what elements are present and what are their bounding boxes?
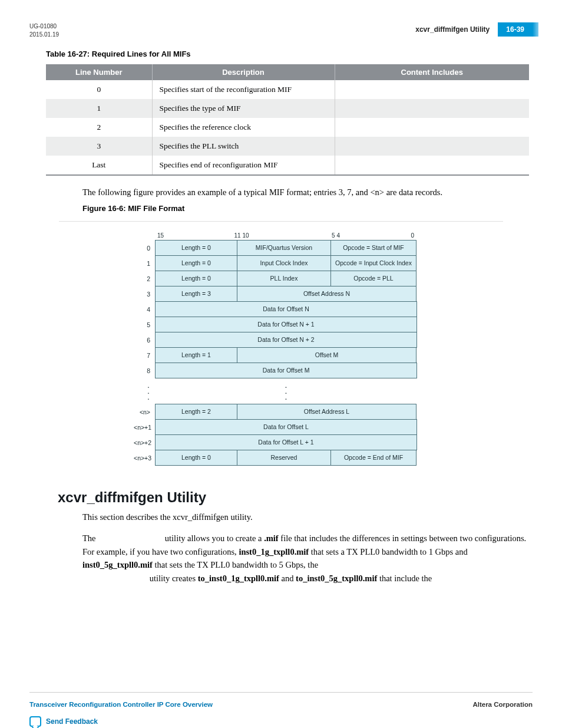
cell-line: Last — [46, 156, 152, 175]
mif-row: 5Data for Offset N + 1 — [134, 317, 428, 332]
mif-row-number: <n>+3 — [134, 450, 155, 466]
bit-1110: 11 10 — [234, 232, 249, 239]
table-row: 0 Specifies start of the reconfiguration… — [46, 80, 529, 99]
doc-date: 2015.01.19 — [29, 31, 59, 39]
mif-cell: Length = 0 — [155, 240, 237, 256]
mif-row: 0Length = 0MIF/Quartus VersionOpcode = S… — [134, 241, 428, 256]
header-doc-meta: UG-01080 2015.01.19 — [29, 22, 59, 39]
page-footer: Transceiver Reconfiguration Controller I… — [29, 692, 533, 708]
mif-cell: Data for Offset N + 2 — [155, 332, 417, 348]
page-header: UG-01080 2015.01.19 xcvr_diffmifgen Util… — [29, 22, 533, 39]
mif-cell: Offset M — [237, 347, 416, 363]
section-heading: xcvr_diffmifgen Utility — [58, 489, 533, 506]
mif-row-number: 0 — [134, 241, 155, 256]
mif-cell: Length = 2 — [155, 404, 237, 420]
table-row: 2 Specifies the reference clock — [46, 118, 529, 137]
mif-cell: Data for Offset M — [155, 363, 417, 378]
th-line-number: Line Number — [46, 64, 152, 80]
page-number: 16-39 — [498, 22, 533, 37]
ellipsis: .. .. .. — [134, 378, 428, 404]
mif-row-number: 1 — [134, 256, 155, 271]
mif-cell: Length = 0 — [155, 450, 237, 466]
mif-row-number: 8 — [134, 363, 155, 378]
cell-content — [335, 156, 529, 175]
feedback-icon — [29, 716, 41, 727]
bit-15: 15 — [155, 232, 234, 239]
mif-diagram: 15 11 10 5 4 0 0Length = 0MIF/Quartus Ve… — [134, 232, 428, 466]
cell-line: 2 — [46, 118, 152, 137]
running-title: xcvr_diffmifgen Utility — [407, 22, 498, 37]
cell-desc: Specifies the PLL switch — [152, 137, 335, 156]
doc-id: UG-01080 — [29, 22, 59, 31]
mif-cell: PLL Index — [237, 271, 331, 286]
footer-company: Altera Corporation — [472, 701, 533, 708]
table-caption: Table 16-27: Required Lines for All MIFs — [46, 50, 533, 58]
cell-content — [335, 137, 529, 156]
mif-cell: Input Clock Index — [237, 255, 331, 271]
mif-row: 8Data for Offset M — [134, 363, 428, 378]
mif-cell: Length = 1 — [155, 347, 237, 363]
section-intro: This section describes the xcvr_diffmifg… — [82, 510, 537, 523]
mif-row: 2Length = 0PLL IndexOpcode = PLL — [134, 271, 428, 286]
mif-cell: Data for Offset N + 1 — [155, 317, 417, 332]
feedback-label: Send Feedback — [46, 717, 98, 726]
mif-row-number: <n>+2 — [134, 435, 155, 450]
cell-desc: Specifies end of reconfiguration MIF — [152, 156, 335, 175]
separator — [59, 221, 503, 222]
cell-content — [335, 118, 529, 137]
mif-cell: Length = 0 — [155, 271, 237, 286]
mif-row: 1Length = 0Input Clock IndexOpcode = Inp… — [134, 256, 428, 271]
mif-cell: Reserved — [237, 450, 331, 466]
cell-line: 0 — [46, 80, 152, 99]
mif-cell: Offset Address N — [237, 286, 416, 302]
table-row: 1 Specifies the type of MIF — [46, 99, 529, 118]
header-right: xcvr_diffmifgen Utility 16-39 — [407, 22, 533, 37]
mif-cell: Opcode = Start of MIF — [330, 240, 416, 256]
cell-line: 1 — [46, 99, 152, 118]
mif-cell: Offset Address L — [237, 404, 416, 420]
section-detail: The utility allows you to create a .mif … — [82, 532, 537, 585]
mif-row-number: <n> — [134, 404, 155, 420]
cell-desc: Specifies the reference clock — [152, 118, 335, 137]
bit-54: 5 4 — [328, 232, 343, 239]
cell-desc: Specifies start of the reconfiguration M… — [152, 80, 335, 99]
mif-row-number: 5 — [134, 317, 155, 332]
mif-cell: Opcode = End of MIF — [330, 450, 416, 466]
mif-row: <n>+2Data for Offset L + 1 — [134, 435, 428, 450]
bit-labels: 15 11 10 5 4 0 — [134, 232, 428, 239]
required-lines-table: Line Number Description Content Includes… — [46, 64, 529, 176]
mif-cell: Length = 0 — [155, 255, 237, 271]
mif-cell: Data for Offset N — [155, 301, 417, 317]
mif-row: 6Data for Offset N + 2 — [134, 332, 428, 348]
table-row: Last Specifies end of reconfiguration MI… — [46, 156, 529, 175]
mif-cell: Opcode = PLL — [330, 271, 416, 286]
cell-content — [335, 80, 529, 99]
th-description: Description — [152, 64, 335, 80]
mif-row: 7Length = 1Offset M — [134, 348, 428, 363]
mif-cell: Data for Offset L + 1 — [155, 434, 417, 450]
table-row: 3 Specifies the PLL switch — [46, 137, 529, 156]
mif-row-number: 2 — [134, 271, 155, 286]
th-content-includes: Content Includes — [335, 64, 529, 80]
mif-cell: Opcode = Input Clock Index — [330, 255, 416, 271]
mif-row: 4Data for Offset N — [134, 302, 428, 317]
send-feedback-link[interactable]: Send Feedback — [29, 716, 98, 728]
mif-row-number: 7 — [134, 348, 155, 363]
mif-row-number: 3 — [134, 286, 155, 302]
cell-content — [335, 99, 529, 118]
mif-row: <n>Length = 2Offset Address L — [134, 404, 428, 420]
figure-caption: Figure 16-6: MIF File Format — [82, 204, 533, 213]
bit-0: 0 — [343, 232, 416, 239]
cell-desc: Specifies the type of MIF — [152, 99, 335, 118]
intro-paragraph: The following figure provides an example… — [82, 186, 536, 199]
mif-row: 3Length = 3Offset Address N — [134, 286, 428, 302]
footer-chapter-link[interactable]: Transceiver Reconfiguration Controller I… — [29, 701, 213, 708]
mif-cell: Length = 3 — [155, 286, 237, 302]
mif-row-number: 6 — [134, 332, 155, 348]
mif-row-number: <n>+1 — [134, 420, 155, 435]
mif-cell: Data for Offset L — [155, 419, 417, 435]
mif-cell: MIF/Quartus Version — [237, 240, 331, 256]
mif-row: <n>+1Data for Offset L — [134, 420, 428, 435]
cell-line: 3 — [46, 137, 152, 156]
mif-row: <n>+3Length = 0ReservedOpcode = End of M… — [134, 450, 428, 466]
